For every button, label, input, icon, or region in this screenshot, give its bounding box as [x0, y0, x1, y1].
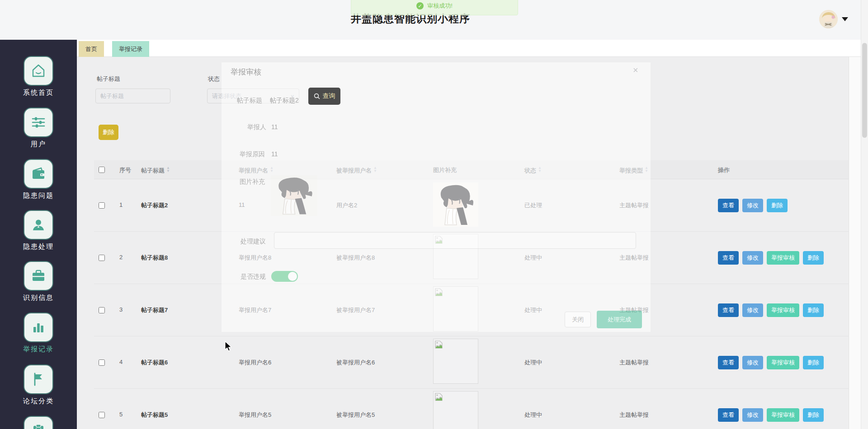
row-delete-button[interactable]: 删除 — [803, 356, 824, 369]
scrollbar-thumb[interactable] — [862, 43, 867, 138]
row-checkbox[interactable] — [99, 307, 105, 313]
row-actions: 查看修改举报审核删除 — [718, 356, 824, 369]
row-delete-button[interactable]: 删除 — [767, 199, 788, 212]
row-checkbox[interactable] — [99, 255, 105, 261]
close-icon[interactable]: × — [633, 65, 638, 75]
sidebar-item-users[interactable]: 用户 — [0, 108, 77, 149]
sidebar-item-forum-categories[interactable]: 论坛分类 — [0, 365, 77, 406]
sidebar-item-label: 隐患问题 — [0, 191, 77, 200]
column-header-no: 序号 — [119, 166, 131, 174]
sidebar-item-home[interactable]: 系统首页 — [0, 57, 77, 97]
row-checkbox[interactable] — [99, 202, 105, 209]
row-delete-button[interactable]: 删除 — [803, 251, 824, 265]
flag-icon — [24, 365, 52, 393]
row-checkbox[interactable] — [99, 359, 105, 366]
row-review-button[interactable]: 举报审核 — [767, 303, 799, 317]
cell-reporter: 举报用户名6 — [239, 359, 271, 367]
cell-post-title: 帖子标题2 — [141, 201, 168, 210]
sidebar-item-bottom-partial[interactable] — [0, 417, 77, 429]
sidebar-item-label: 系统首页 — [0, 89, 77, 97]
cell-post-title: 帖子标题7 — [141, 306, 168, 314]
row-review-button[interactable]: 举报审核 — [767, 408, 799, 422]
modal-reason-value: 11 — [271, 150, 278, 158]
modal-post-title-label: 帖子标题 — [237, 97, 262, 105]
sidebar-item-report-records[interactable]: 举报记录 — [0, 313, 77, 354]
sort-icon[interactable]: ▲▼ — [166, 166, 170, 173]
bulk-delete-button[interactable]: 删除 — [99, 125, 118, 140]
tab-report-records[interactable]: 举报记录 — [112, 41, 149, 57]
sidebar-item-recognition-info[interactable]: 识别信息 — [0, 262, 77, 302]
row-view-button[interactable]: 查看 — [718, 356, 739, 369]
cell-reporter: 举报用户名5 — [239, 411, 271, 419]
sidebar-item-label: 举报记录 — [0, 345, 77, 354]
modal-reporter-label: 举报人 — [247, 123, 266, 131]
wallet-icon — [24, 160, 52, 188]
tab-bar: 首页举报记录 — [77, 40, 868, 57]
row-review-button[interactable]: 举报审核 — [767, 356, 799, 369]
row-edit-button[interactable]: 修改 — [742, 251, 763, 265]
sidebar-item-label: 识别信息 — [0, 294, 77, 302]
row-no: 1 — [119, 201, 123, 208]
query-button[interactable]: 查询 — [308, 88, 340, 105]
row-no: 5 — [119, 411, 123, 418]
broken-image-icon — [433, 391, 478, 429]
row-checkbox[interactable] — [99, 412, 105, 418]
user-avatar[interactable] — [819, 10, 838, 28]
sidebar-nav: 系统首页用户隐患问题隐患处理识别信息举报记录论坛分类 — [0, 40, 77, 429]
modal-advice-label: 处理建议 — [241, 238, 266, 246]
modal-reason-label: 举报原因 — [240, 150, 265, 159]
bar-chart-icon — [24, 313, 52, 341]
row-edit-button[interactable]: 修改 — [742, 199, 763, 212]
row-delete-button[interactable]: 删除 — [803, 303, 824, 317]
row-view-button[interactable]: 查看 — [718, 408, 739, 422]
post-title-input[interactable] — [95, 89, 170, 103]
select-all-checkbox[interactable] — [99, 167, 105, 173]
page-scrollbar[interactable] — [861, 0, 868, 429]
mouse-cursor-icon — [225, 341, 233, 352]
violation-toggle[interactable] — [271, 271, 298, 282]
row-actions: 查看修改删除 — [718, 199, 788, 212]
avatar-image — [819, 10, 838, 28]
sidebar-item-hazard-issues[interactable]: 隐患问题 — [0, 160, 77, 200]
modal-done-button[interactable]: 处理完成 — [597, 311, 642, 328]
row-view-button[interactable]: 查看 — [718, 251, 739, 265]
row-actions: 查看修改举报审核删除 — [718, 251, 824, 265]
row-edit-button[interactable]: 修改 — [742, 303, 763, 317]
cell-reported: 被举报用户名6 — [336, 359, 375, 367]
table-row: 4帖子标题6举报用户名6被举报用户名6处理中主题帖举报查看修改举报审核删除 — [94, 336, 849, 389]
table-row: 5帖子标题5举报用户名5被举报用户名5处理中主题帖举报查看修改举报审核删除 — [94, 389, 849, 429]
sidebar-item-hazard-handling[interactable]: 隐患处理 — [0, 211, 77, 251]
row-delete-button[interactable]: 删除 — [803, 408, 824, 422]
sliders-icon — [24, 108, 52, 136]
caret-down-icon[interactable] — [842, 17, 848, 21]
modal-close-button[interactable]: 关闭 — [565, 312, 591, 327]
post-title-field-label: 帖子标题 — [97, 75, 120, 83]
cell-post-title: 帖子标题8 — [141, 254, 168, 262]
query-button-label: 查询 — [323, 92, 335, 100]
success-toast: ✓ 审核成功! — [351, 0, 518, 15]
row-view-button[interactable]: 查看 — [718, 303, 739, 317]
row-actions: 查看修改举报审核删除 — [718, 408, 824, 422]
check-circle-icon: ✓ — [416, 2, 424, 9]
home-icon — [24, 57, 52, 85]
modal-post-title-value: 帖子标题2 — [270, 97, 299, 105]
row-no: 4 — [119, 359, 123, 365]
search-icon — [314, 93, 320, 99]
row-view-button[interactable]: 查看 — [718, 199, 739, 212]
modal-violation-label: 是否违规 — [241, 273, 266, 281]
modal-image-label: 图片补充 — [240, 178, 265, 186]
column-header-post_title[interactable]: 帖子标题▲▼ — [141, 166, 170, 175]
sidebar-item-label: 用户 — [0, 140, 77, 149]
sidebar-item-label: 论坛分类 — [0, 397, 77, 406]
briefcase-icon — [24, 262, 52, 290]
cell-post-title: 帖子标题6 — [141, 359, 168, 367]
row-edit-button[interactable]: 修改 — [742, 408, 763, 422]
cell-status: 处理中 — [524, 411, 542, 419]
sidebar-item-label: 隐患处理 — [0, 242, 77, 251]
toast-message: 审核成功! — [427, 2, 453, 10]
modal-title: 举报审核 — [231, 67, 261, 77]
tab-home[interactable]: 首页 — [79, 41, 104, 57]
modal-advice-input[interactable] — [274, 232, 636, 249]
row-review-button[interactable]: 举报审核 — [767, 251, 799, 265]
row-edit-button[interactable]: 修改 — [742, 356, 763, 369]
